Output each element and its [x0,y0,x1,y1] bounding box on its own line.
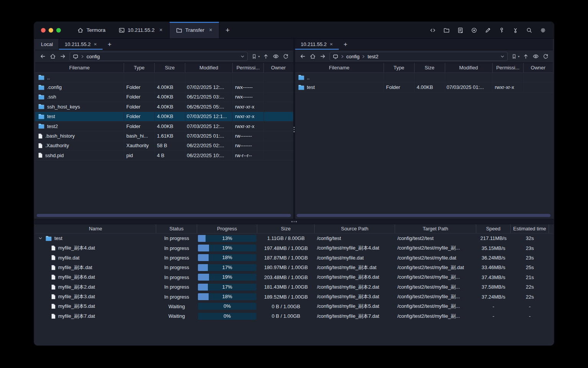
horizontal-scrollbar[interactable] [297,214,551,217]
column-header-type[interactable]: Type [384,63,415,72]
path-segment[interactable]: test2 [368,54,378,59]
panel-new-tab-button[interactable]: + [103,39,116,50]
column-header-size[interactable]: Size [155,63,185,72]
forward-icon[interactable] [58,52,68,61]
tab-remote-host[interactable]: 10.211.55.2 ✕ [59,39,103,50]
file-row[interactable]: .ssh Folder 4.00KB 06/21/2025 03:... rwx… [35,92,293,102]
chevron-down-icon[interactable] [500,54,505,59]
record-icon[interactable] [471,27,477,33]
panel-new-tab-button[interactable]: + [339,39,353,50]
chevron-down-icon[interactable] [240,54,245,59]
new-tab-button[interactable]: + [219,22,236,38]
tab-close-icon[interactable]: ✕ [330,42,333,46]
transfer-splitter[interactable] [34,219,554,224]
minimize-window-button[interactable] [49,28,53,33]
transfer-item-name: myfile_副本6.dat [58,274,95,281]
path-bar[interactable]: config test2 [330,52,508,61]
refresh-icon[interactable] [281,52,291,61]
column-header-modified[interactable]: Modified [445,63,493,72]
bookmark-icon[interactable] [250,52,259,61]
tab-remote-host[interactable]: 10.211.55.2 ✕ [295,39,339,50]
bookmark-dropdown-icon[interactable]: ▾ [258,55,260,58]
file-row[interactable]: .. [35,73,293,82]
column-header-owner[interactable]: Owner [524,63,553,72]
tab-local[interactable]: Local [35,39,59,50]
transfer-source-path: /config/test/myfile_副本.dat [315,264,395,271]
show-hidden-eye-icon[interactable] [531,52,540,61]
transfer-row[interactable]: myfile_副本2.dat In progress 17% 181.43MB … [35,282,553,292]
file-row[interactable]: test2 Folder 4.00KB 07/03/2025 12:... rw… [35,122,293,131]
transfer-row[interactable]: myfile.dat In progress 18% 187.87MB / 1.… [35,253,553,263]
home-icon[interactable] [48,52,58,61]
transfer-item-name: myfile.dat [58,255,80,261]
tab-close-icon[interactable]: ✕ [94,42,97,46]
bookmark-icon[interactable] [510,52,519,61]
key-icon[interactable] [498,27,505,33]
folder-icon[interactable] [443,27,450,33]
refresh-icon[interactable] [541,52,550,61]
column-header-permissions[interactable]: Permissi... [493,63,524,72]
column-header-permissions[interactable]: Permissi... [233,63,264,72]
column-header-size[interactable]: Size [257,224,315,233]
column-header-filename[interactable]: Filename [295,63,384,72]
search-icon[interactable] [526,27,532,33]
file-row[interactable]: sshd.pid pid 4 B 06/22/2025 10:... rw-r-… [35,151,293,160]
tab-transfer[interactable]: Transfer ✕ [169,22,219,38]
progress-bar: 17% [198,264,256,271]
file-row[interactable]: .Xauthority Xauthority 58 B 06/22/2025 0… [35,141,293,151]
column-header-size[interactable]: Size [415,63,445,72]
file-row[interactable]: .. [295,73,553,82]
bookmark-dropdown-icon[interactable]: ▾ [518,55,519,58]
upload-icon[interactable] [261,52,271,61]
column-header-type[interactable]: Type [124,63,155,72]
path-bar[interactable]: config [70,52,248,61]
transfer-row[interactable]: myfile_副本.dat In progress 17% 180.97MB /… [35,263,553,272]
column-header-source-path[interactable]: Source Path [315,224,395,233]
column-header-filename[interactable]: Filename [35,63,124,72]
transfer-row[interactable]: myfile_副本5.dat Waiting 0% 0 B / 1.00GB /… [35,302,553,311]
path-segment[interactable]: config [87,54,100,59]
code-icon[interactable] [430,27,436,33]
file-row[interactable]: .config Folder 4.00KB 07/02/2025 12:... … [35,82,293,92]
transfer-size: 180.97MB / 1.00GB [257,264,315,270]
back-icon[interactable] [298,52,308,61]
transfer-row[interactable]: myfile_副本7.dat Waiting 0% 0 B / 1.00GB /… [35,311,553,321]
log-icon[interactable] [457,27,464,33]
column-header-modified[interactable]: Modified [185,63,233,72]
show-hidden-eye-icon[interactable] [271,52,281,61]
file-row[interactable]: test Folder 4.00KB 07/03/2025 01:... rwx… [295,82,553,92]
maximize-window-button[interactable] [56,28,61,33]
transfer-speed: 37.43MB/s [476,274,511,280]
forward-icon[interactable] [318,52,328,61]
path-segment[interactable]: config [346,54,360,59]
tab-host[interactable]: 10.211.55.2 ✕ [112,22,170,38]
back-icon[interactable] [38,52,48,61]
transfer-row[interactable]: myfile_副本4.dat In progress 19% 197.48MB … [35,243,553,253]
transfer-eta: 23s [511,245,549,251]
edit-icon[interactable] [485,27,491,33]
column-header-target-path[interactable]: Target Path [395,224,476,233]
horizontal-scrollbar[interactable] [37,214,291,217]
file-row[interactable]: test Folder 4.00KB 07/03/2025 12:1... rw… [35,112,293,122]
column-header-speed[interactable]: Speed [476,224,511,233]
upload-icon[interactable] [521,52,530,61]
expand-chevron-icon[interactable] [38,236,43,240]
file-row[interactable]: .bash_history bash_hi... 1.61KB 07/03/20… [35,131,293,141]
tab-close-icon[interactable]: ✕ [209,28,212,33]
column-header-owner[interactable]: Owner [264,63,293,72]
tab-termora[interactable]: Termora [71,22,112,38]
file-row[interactable]: ssh_host_keys Folder 4.00KB 06/26/2025 0… [35,102,293,112]
transfer-row[interactable]: test In progress 13% 1.11GB / 8.00GB /co… [35,233,553,243]
column-header-progress[interactable]: Progress [197,224,257,233]
column-header-name[interactable]: Name [35,224,156,233]
column-header-status[interactable]: Status [156,224,197,233]
tab-close-icon[interactable]: ✕ [159,28,163,33]
transfer-row[interactable]: myfile_副本3.dat In progress 18% 189.52MB … [35,292,553,301]
transfer-row[interactable]: myfile_副本6.dat In progress 19% 203.48MB … [35,273,553,282]
home-icon[interactable] [308,52,318,61]
transfer-size: 189.52MB / 1.00GB [257,294,315,300]
settings-gear-icon[interactable] [540,27,546,33]
keychain-icon[interactable] [512,27,519,33]
column-header-estimated-time[interactable]: Estimated time [511,224,549,233]
close-window-button[interactable] [41,28,46,33]
